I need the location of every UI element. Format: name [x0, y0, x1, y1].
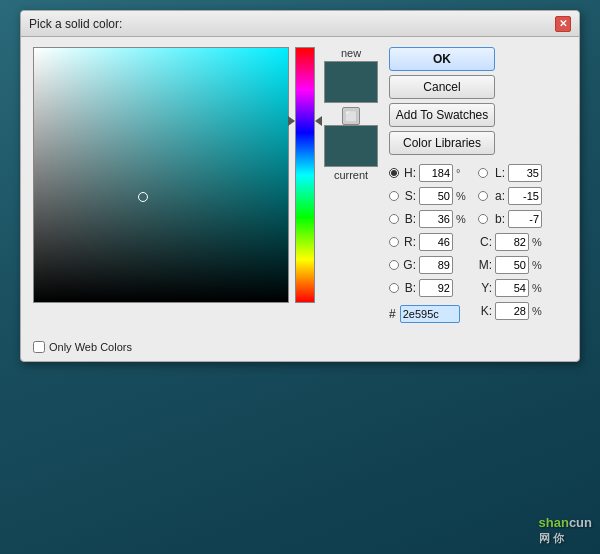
fields-row: H: ° S: % B: — [389, 163, 544, 323]
hex-row: # — [389, 305, 468, 323]
brightness-input[interactable] — [419, 210, 453, 228]
watermark-subtext: 网 你 — [539, 532, 564, 544]
cmyk-y-label: Y: — [478, 281, 492, 295]
watermark-text: shan — [539, 515, 569, 530]
hex-hash: # — [389, 307, 396, 321]
hue-unit: ° — [456, 167, 468, 179]
hue-arrow-left — [288, 116, 295, 126]
right-panel: OK Cancel Add To Swatches Color Librarie… — [389, 47, 544, 323]
picker-area: new ⬜ current — [33, 47, 381, 323]
cmyk-k-label: K: — [478, 304, 492, 318]
current-color-swatch — [324, 125, 378, 167]
green-field-row: G: — [389, 255, 468, 275]
cmyk-c-label: C: — [478, 235, 492, 249]
lab-a-label: a: — [491, 189, 505, 203]
hue-input[interactable] — [419, 164, 453, 182]
cmyk-k-unit: % — [532, 305, 544, 317]
only-web-checkbox[interactable] — [33, 341, 45, 353]
only-web-label: Only Web Colors — [49, 341, 132, 353]
watermark: shancun网 你 — [539, 515, 592, 546]
dialog-title: Pick a solid color: — [29, 17, 122, 31]
cmyk-k-input[interactable] — [495, 302, 529, 320]
cmyk-m-field-row: M: % — [478, 255, 544, 275]
red-radio[interactable] — [389, 237, 399, 247]
cancel-button[interactable]: Cancel — [389, 75, 495, 99]
close-button[interactable]: ✕ — [555, 16, 571, 32]
hex-input[interactable] — [400, 305, 460, 323]
hue-arrow-right — [315, 116, 322, 126]
lab-b-field-row: b: — [478, 209, 544, 229]
cmyk-m-unit: % — [532, 259, 544, 271]
hue-field-row: H: ° — [389, 163, 468, 183]
swatch-area: new ⬜ current — [321, 47, 381, 183]
lab-l-field-row: L: — [478, 163, 544, 183]
only-web-row: Only Web Colors — [33, 341, 567, 353]
sat-radio[interactable] — [389, 191, 399, 201]
add-to-swatches-button[interactable]: Add To Swatches — [389, 103, 495, 127]
green-input[interactable] — [419, 256, 453, 274]
sat-field-row: S: % — [389, 186, 468, 206]
lab-a-field-row: a: — [478, 186, 544, 206]
cmyk-m-label: M: — [478, 258, 492, 272]
left-fields-col: H: ° S: % B: — [389, 163, 468, 323]
cmyk-c-unit: % — [532, 236, 544, 248]
lab-a-input[interactable] — [508, 187, 542, 205]
hue-radio[interactable] — [389, 168, 399, 178]
cmyk-y-unit: % — [532, 282, 544, 294]
dialog-body: new ⬜ current OK Cancel Add To Swatches … — [21, 37, 579, 335]
color-picker-dialog: Pick a solid color: ✕ new ⬜ — [20, 10, 580, 362]
lab-l-input[interactable] — [508, 164, 542, 182]
red-input[interactable] — [419, 233, 453, 251]
lab-b-input[interactable] — [508, 210, 542, 228]
color-gradient-square[interactable] — [33, 47, 289, 303]
dialog-bottom: Only Web Colors — [21, 341, 579, 361]
cmyk-c-field-row: C: % — [478, 232, 544, 252]
blue-field-row: B: — [389, 278, 468, 298]
sat-input[interactable] — [419, 187, 453, 205]
brightness-label: B: — [402, 212, 416, 226]
color-gradient-canvas[interactable] — [33, 47, 289, 303]
color-libraries-button[interactable]: Color Libraries — [389, 131, 495, 155]
sat-unit: % — [456, 190, 468, 202]
cmyk-y-input[interactable] — [495, 279, 529, 297]
red-label: R: — [402, 235, 416, 249]
brightness-field-row: B: % — [389, 209, 468, 229]
cmyk-y-field-row: Y: % — [478, 278, 544, 298]
brightness-unit: % — [456, 213, 468, 225]
blue-radio[interactable] — [389, 283, 399, 293]
lab-l-label: L: — [491, 166, 505, 180]
green-radio[interactable] — [389, 260, 399, 270]
cmyk-m-input[interactable] — [495, 256, 529, 274]
red-field-row: R: — [389, 232, 468, 252]
blue-label: B: — [402, 281, 416, 295]
cmyk-c-input[interactable] — [495, 233, 529, 251]
lab-a-radio[interactable] — [478, 191, 488, 201]
blue-input[interactable] — [419, 279, 453, 297]
hue-slider[interactable] — [295, 47, 315, 303]
ok-button[interactable]: OK — [389, 47, 495, 71]
cmyk-k-field-row: K: % — [478, 301, 544, 321]
new-swatch-label: new — [341, 47, 361, 59]
hue-label: H: — [402, 166, 416, 180]
lab-b-radio[interactable] — [478, 214, 488, 224]
lab-b-label: b: — [491, 212, 505, 226]
sat-label: S: — [402, 189, 416, 203]
hue-slider-wrapper — [295, 47, 315, 303]
green-label: G: — [402, 258, 416, 272]
current-swatch-label: current — [334, 169, 368, 181]
lab-l-radio[interactable] — [478, 168, 488, 178]
new-color-swatch — [324, 61, 378, 103]
brightness-radio[interactable] — [389, 214, 399, 224]
title-bar: Pick a solid color: ✕ — [21, 11, 579, 37]
buttons-group: OK Cancel Add To Swatches Color Librarie… — [389, 47, 544, 155]
swatch-copy-icon[interactable]: ⬜ — [342, 107, 360, 125]
right-fields-col: L: a: b: — [478, 163, 544, 323]
